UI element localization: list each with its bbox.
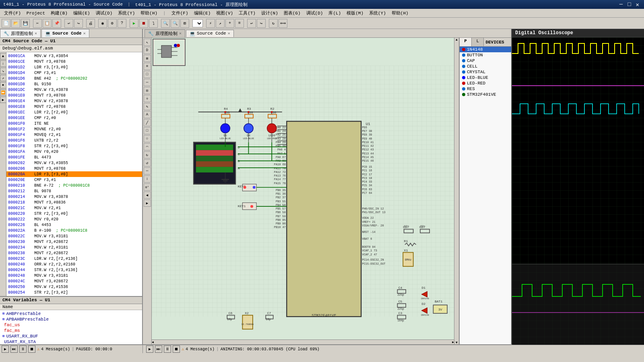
tb-run[interactable]: ▶ [130,19,138,28]
scroll-up-btn[interactable]: ▲ [0,53,6,60]
play-btn-1[interactable]: ▶ [2,346,9,353]
menu-edit2[interactable]: 编辑(E) [192,9,213,17]
tb-cut[interactable]: ✂ [33,19,42,28]
code-line[interactable]: 8000206 MOVT r3,#8768 [6,166,142,171]
play-btn-2[interactable]: ▶ [146,346,153,353]
bp-btn[interactable]: ● [0,82,6,88]
code-line[interactable]: 8000254 STR r2,[r3,#2] [6,290,142,295]
tool-arrow-r[interactable]: ▶ [144,200,151,207]
code-line[interactable]: 8000240 ORR.W r2,r2,#2160 [6,261,142,267]
code-line[interactable]: 800021C MOV.W r2,#1 [6,205,142,211]
code-line[interactable]: 8000222 MOV r0,#20 [6,216,142,222]
var-expand-icon[interactable]: ⊞ [2,311,4,316]
device-list-item[interactable]: CRYSTAL [460,69,511,75]
center-tab-close-2[interactable]: ✕ [228,31,230,36]
run-btn[interactable]: ▶ [0,97,6,103]
tool-marker[interactable]: ✎ [144,103,151,110]
tab-close-1[interactable]: ✕ [35,31,37,36]
menu-help2[interactable]: 帮助(H) [389,9,411,17]
tool-rotate-ccw[interactable]: ↺ [144,159,151,167]
code-line[interactable]: 80001F4 MOVEQ r2,#1 [6,132,142,138]
code-line[interactable]: 8000212 BL 9078 [6,188,142,194]
center-tab-source[interactable]: 💻 Source Code ✕ [186,30,234,37]
device-list-item[interactable]: 1N4148 [460,47,511,52]
code-line[interactable]: 8000202 MOV.W r3,#3855 [6,160,142,166]
tb-comp[interactable]: ⚡ [206,19,215,28]
code-line[interactable]: 8000234 MOV.W r2,#3181 [6,245,142,250]
tb-d2[interactable]: ↪ [257,19,266,28]
menu-debug[interactable]: 调试(D) [93,9,115,17]
code-line[interactable]: 80001FE BL 4473 [6,154,142,160]
center-tab-close-1[interactable]: ✕ [179,31,182,36]
minimize-btn[interactable]: ─ [618,1,624,8]
code-line[interactable]: 80001D6 BNE #42 ; PC=08000202 [6,76,142,81]
tb-b3[interactable]: ? [118,19,126,28]
run-cursor-btn[interactable]: ⏩ [0,89,6,96]
device-tab-L[interactable]: L [472,38,484,46]
tool-component[interactable]: D [144,47,151,54]
tool-line[interactable]: ╱ [144,119,151,126]
device-tab-P[interactable]: P [460,38,472,46]
code-line[interactable]: 80001E0 MOVT r3,#8768 [6,93,142,98]
tool-arc[interactable]: ◠ [144,143,151,150]
tb-copy[interactable]: 📋 [43,19,52,28]
var-expand-icon[interactable]: ⊞ [2,317,4,321]
tool-terminal[interactable]: ↔ [144,79,151,86]
device-list-item[interactable]: CELL [460,64,511,69]
schematic-svg-main[interactable]: STM32F401VE PA0 22 PA1 24 PA2 25 PA3 28 … [152,38,459,344]
menu-tools[interactable]: 工具(T) [236,9,258,17]
pause-btn-1[interactable]: ⏸ [19,346,27,353]
tb-place[interactable]: + [225,19,234,28]
code-line[interactable]: 80001F2 MOVNE r2,#0 [6,126,142,132]
tb-print[interactable]: 🖨 [86,19,95,28]
code-line[interactable]: 8000238 MOVT r2,#28672 [6,250,142,256]
tb-b1[interactable]: ◉ [98,19,107,28]
schematic-scrollbar-h[interactable]: ◀ ▶ [152,339,454,344]
menu-file2[interactable]: 文件(F) [169,9,191,17]
scroll-top-btn[interactable]: ▲ [456,38,458,41]
code-line[interactable]: 80001D2 LDR r3,[r3,#0] [6,64,142,70]
tool-port[interactable]: ⊡ [144,87,151,94]
menu-lib[interactable]: 库(L) [326,9,343,17]
code-line[interactable]: 80001F6 UXTB r2,r2 [6,138,142,143]
code-line[interactable]: 8000218 MOVT r3,#8836 [6,200,142,205]
tool-rotate-cw[interactable]: ↻ [144,151,151,158]
code-line[interactable]: 80001CA MOV.W r3,#3854 [6,53,142,59]
close-btn[interactable]: ✕ [634,1,641,8]
menu-project[interactable]: Project [24,10,47,16]
device-list-item[interactable]: STM32F401VE [460,92,511,97]
menu-design[interactable]: 设计(N) [259,9,281,17]
code-line[interactable]: 8000244 STR.W r2,[r3,#136] [6,267,142,273]
tab-close-2[interactable]: ✕ [83,31,86,36]
step-in-btn[interactable]: ↘ [0,68,6,74]
pause-btn-2[interactable]: ⏸ [164,346,171,353]
code-line[interactable]: 800020A LDR r3,[r3,#0] [6,171,142,177]
tool-flip-h[interactable]: ↔ [144,167,151,175]
step-btn-2[interactable]: ⏭ [155,346,162,353]
code-line[interactable]: 80001E4 MOV.W r2,#3878 [6,98,142,104]
menu-charts[interactable]: 图表(G) [281,9,303,17]
tb-zoom-out[interactable]: 🔍 [171,19,180,28]
var-item[interactable]: fac_us [1,322,141,328]
menu-debug2[interactable]: 调试(D) [304,9,326,17]
tab-source-code-1[interactable]: 💻 Source Code ✕ [41,29,89,37]
var-item[interactable]: fac_ms [1,328,141,333]
code-area[interactable]: 80001BE BL 450580001C2 BL 916180001C6 B … [6,52,142,296]
tb-zoom-in[interactable]: 🔍 [161,19,170,28]
tb-open[interactable]: 📂 [11,19,20,28]
schematic-scrollbar-v[interactable]: ▲ ▼ [454,38,459,344]
tb-paste[interactable]: 📌 [52,19,61,28]
device-list-item[interactable]: BUTTON [460,52,511,58]
tool-text[interactable]: A [144,111,151,118]
var-item[interactable]: ⊞APBAHBPrescTable [1,317,141,322]
maximize-btn[interactable]: □ [626,1,632,8]
var-expand-icon[interactable]: ⊞ [2,334,4,338]
code-line[interactable]: 8000220 STR r2,[r3,#0] [6,211,142,216]
var-item[interactable]: USART_RX_STA [1,339,141,344]
step-out-btn[interactable]: ↗ [0,75,6,81]
device-list-item[interactable]: LED-BLUE [460,75,511,80]
step-btn-1[interactable]: ⏭ [10,346,18,353]
tool-power[interactable]: ⏚ [144,95,151,102]
tb-new[interactable]: 📄 [2,19,10,28]
tb-zoom-fit[interactable]: ⊞ [180,19,189,28]
